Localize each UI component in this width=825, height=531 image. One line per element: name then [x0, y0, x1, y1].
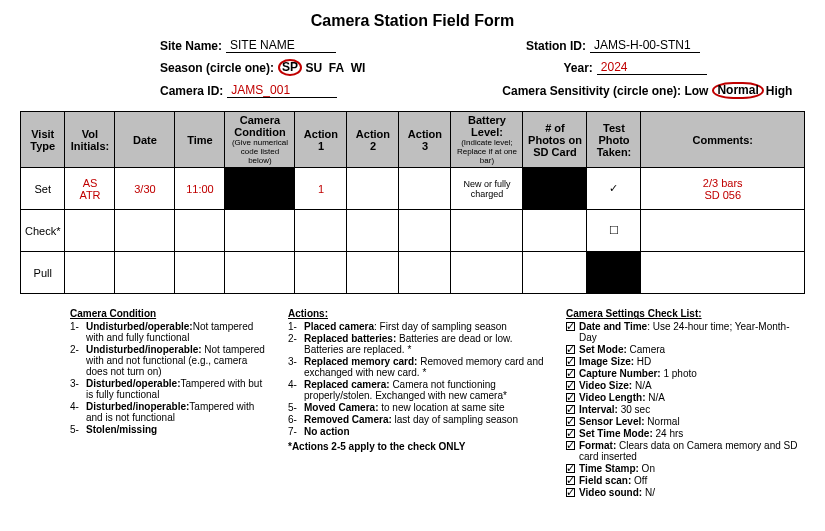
row-check: Check* ☐ [21, 210, 805, 252]
station-id-group: Station ID: JAMS-H-00-STN1 [526, 38, 700, 53]
checkbox-icon [566, 369, 575, 378]
station-id-value: JAMS-H-00-STN1 [590, 38, 700, 53]
action-item-7: 7- No action [288, 426, 548, 437]
action-item-6: 6- Removed Camera: last day of sampling … [288, 414, 548, 425]
cond-item-3: 3- Disturbed/operable:Tampered with but … [70, 378, 270, 400]
th-a1: Action 1 [295, 112, 347, 168]
set-initials: AS ATR [65, 168, 115, 210]
pull-initials [65, 252, 115, 294]
setting-item-12: Field scan: Off [566, 475, 805, 486]
settings-heading: Camera Settings Check List: [566, 308, 805, 319]
season-wi: WI [351, 61, 366, 75]
header-block: Site Name: SITE NAME Station ID: JAMS-H-… [160, 38, 805, 99]
th-batt-sub: (Indicate level; Replace if at one bar) [455, 138, 518, 165]
setting-item-13: Video sound: N/ [566, 487, 805, 498]
cond-item-1: 1- Undisturbed/operable:Not tampered wit… [70, 321, 270, 343]
setting-item-3: Image Size: HD [566, 356, 805, 367]
actions-note: *Actions 2-5 apply to the check ONLY [288, 441, 548, 452]
checkbox-icon [566, 476, 575, 485]
th-batt: Battery Level: (Indicate level; Replace … [451, 112, 523, 168]
sensitivity-group: Camera Sensitivity (circle one): Low Nor… [502, 82, 796, 99]
set-label: Set [21, 168, 65, 210]
pull-test [587, 252, 641, 294]
action-item-2: 2- Replaced batteries: Batteries are dea… [288, 333, 548, 355]
year-value: 2024 [597, 60, 707, 75]
th-comments: Comments: [641, 112, 805, 168]
season-sp: SP [278, 59, 302, 76]
setting-item-5: Video Size: N/A [566, 380, 805, 391]
action-item-1: 1- Placed camera: First day of sampling … [288, 321, 548, 332]
station-id-label: Station ID: [526, 39, 586, 53]
set-batt: New or fully charged [451, 168, 523, 210]
pull-label: Pull [21, 252, 65, 294]
cond-heading: Camera Condition [70, 308, 270, 319]
th-batt-text: Battery Level: [468, 114, 506, 138]
cond-item-4: 4- Disturbed/inoperable:Tampered with an… [70, 401, 270, 423]
checkbox-icon [566, 345, 575, 354]
check-a3 [399, 210, 451, 252]
form-title: Camera Station Field Form [20, 12, 805, 30]
checkbox-icon [566, 429, 575, 438]
checkbox-icon [566, 405, 575, 414]
check-test: ☐ [587, 210, 641, 252]
th-initials: Vol Initials: [65, 112, 115, 168]
pull-photos [523, 252, 587, 294]
settings-col: Camera Settings Check List: Date and Tim… [566, 308, 805, 499]
year-label: Year: [563, 61, 592, 75]
cond-col: Camera Condition 1- Undisturbed/operable… [70, 308, 270, 499]
action-item-4: 4- Replaced camera: Camera not functioni… [288, 379, 548, 401]
camera-id-label: Camera ID: [160, 84, 223, 98]
checkbox-icon [566, 441, 575, 450]
set-date: 3/30 [115, 168, 175, 210]
pull-cond [225, 252, 295, 294]
check-photos [523, 210, 587, 252]
pull-date [115, 252, 175, 294]
th-a2: Action 2 [347, 112, 399, 168]
pull-batt [451, 252, 523, 294]
sensitivity-normal: Normal [712, 82, 763, 99]
pull-a1 [295, 252, 347, 294]
check-time [175, 210, 225, 252]
check-a1 [295, 210, 347, 252]
set-a2 [347, 168, 399, 210]
setting-item-4: Capture Number: 1 photo [566, 368, 805, 379]
pull-a3 [399, 252, 451, 294]
check-batt [451, 210, 523, 252]
check-a2 [347, 210, 399, 252]
row-set: Set AS ATR 3/30 11:00 1 New or fully cha… [21, 168, 805, 210]
setting-item-7: Interval: 30 sec [566, 404, 805, 415]
set-time: 11:00 [175, 168, 225, 210]
season-label: Season (circle one): [160, 61, 274, 75]
check-initials [65, 210, 115, 252]
site-name-value: SITE NAME [226, 38, 336, 53]
setting-item-9: Set Time Mode: 24 hrs [566, 428, 805, 439]
setting-item-8: Sensor Level: Normal [566, 416, 805, 427]
row-pull: Pull [21, 252, 805, 294]
season-group: Season (circle one): SP SU FA WI [160, 59, 365, 76]
set-cond [225, 168, 295, 210]
season-su: SU [305, 61, 322, 75]
th-photos: # of Photos on SD Card [523, 112, 587, 168]
setting-item-10: Format: Clears data on Camera memory and… [566, 440, 805, 462]
sensitivity-label: Camera Sensitivity (circle one): Low [502, 84, 708, 98]
season-fa: FA [329, 61, 344, 75]
checkbox-icon [566, 488, 575, 497]
pull-comments [641, 252, 805, 294]
pull-a2 [347, 252, 399, 294]
footer-block: Camera Condition 1- Undisturbed/operable… [70, 308, 805, 499]
th-time: Time [175, 112, 225, 168]
set-comments: 2/3 bars SD 056 [641, 168, 805, 210]
actions-col: Actions: 1- Placed camera: First day of … [288, 308, 548, 499]
setting-item-2: Set Mode: Camera [566, 344, 805, 355]
set-photos [523, 168, 587, 210]
setting-item-6: Video Length: N/A [566, 392, 805, 403]
check-cond [225, 210, 295, 252]
year-group: Year: 2024 [563, 59, 706, 76]
action-item-5: 5- Moved Camera: to new location at same… [288, 402, 548, 413]
th-test: Test Photo Taken: [587, 112, 641, 168]
cond-item-2: 2- Undisturbed/inoperable: Not tampered … [70, 344, 270, 377]
checkbox-icon [566, 464, 575, 473]
data-table: Visit Type Vol Initials: Date Time Camer… [20, 111, 805, 294]
th-cond-text: Camera Condition [234, 114, 285, 138]
check-comments [641, 210, 805, 252]
